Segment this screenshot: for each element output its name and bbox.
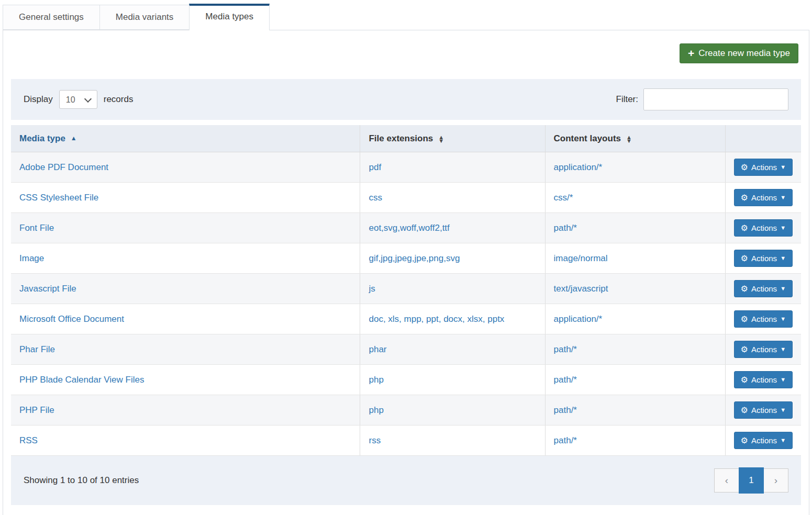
- actions-button[interactable]: ⚙Actions▼: [734, 401, 793, 419]
- actions-button[interactable]: ⚙Actions▼: [734, 310, 793, 328]
- file-extensions-cell: gif,jpg,jpeg,jpe,png,svg: [360, 243, 545, 274]
- media-type-cell: RSS: [11, 426, 360, 456]
- content-layout-cell: path/*: [545, 365, 725, 395]
- table-row-adobe-pdf-document[interactable]: Adobe PDF Document pdf application/* ⚙Ac…: [11, 152, 801, 183]
- media-types-table-wrap: Media type▲ File extensions▲▼ Content la…: [11, 125, 801, 456]
- tab-bar: General settings Media variants Media ty…: [3, 4, 812, 30]
- table-row-image[interactable]: Image gif,jpg,jpeg,jpe,png,svg image/nor…: [11, 243, 801, 274]
- tab-media-variants[interactable]: Media variants: [99, 5, 190, 30]
- column-header-file-extensions[interactable]: File extensions▲▼: [360, 125, 545, 152]
- caret-down-icon: ▼: [780, 164, 786, 170]
- gear-icon: ⚙: [741, 194, 748, 202]
- table-footer: Showing 1 to 10 of 10 entries ‹ 1 ›: [11, 456, 801, 505]
- actions-button[interactable]: ⚙Actions▼: [734, 280, 793, 297]
- file-extensions-cell: js: [360, 274, 545, 304]
- filter-label: Filter:: [616, 94, 639, 105]
- actions-button[interactable]: ⚙Actions▼: [734, 189, 793, 206]
- media-type-cell: Phar File: [11, 334, 360, 365]
- content-layout-cell: text/javascript: [545, 274, 725, 304]
- file-extensions-cell: phar: [360, 334, 545, 365]
- gear-icon: ⚙: [741, 436, 748, 445]
- actions-cell: ⚙Actions▼: [725, 304, 801, 334]
- caret-down-icon: ▼: [780, 225, 786, 231]
- panel-header: + Create new media type: [3, 30, 809, 79]
- file-extensions-cell: pdf: [360, 152, 545, 183]
- caret-down-icon: ▼: [780, 286, 786, 292]
- table-row-font-file[interactable]: Font File eot,svg,woff,woff2,ttf path/* …: [11, 213, 801, 243]
- create-new-media-type-button[interactable]: + Create new media type: [680, 43, 798, 63]
- column-header-media-type[interactable]: Media type▲: [11, 125, 360, 152]
- content-layout-cell: path/*: [545, 334, 725, 365]
- sort-ascending-icon: ▲: [71, 135, 77, 142]
- caret-down-icon: ▼: [780, 377, 786, 383]
- table-row-microsoft-office-document[interactable]: Microsoft Office Document doc, xls, mpp,…: [11, 304, 801, 334]
- page-size-select-wrap: 10: [59, 90, 97, 109]
- column-header-content-layouts[interactable]: Content layouts▲▼: [545, 125, 725, 152]
- media-type-cell: Image: [11, 243, 360, 274]
- pagination-next-button[interactable]: ›: [764, 468, 788, 492]
- actions-cell: ⚙Actions▼: [725, 274, 801, 304]
- content-layout-cell: css/*: [545, 183, 725, 213]
- column-header-actions: [725, 125, 801, 152]
- content-layout-cell: path/*: [545, 426, 725, 456]
- actions-button[interactable]: ⚙Actions▼: [734, 371, 793, 388]
- actions-cell: ⚙Actions▼: [725, 426, 801, 456]
- actions-button[interactable]: ⚙Actions▼: [734, 341, 793, 358]
- caret-down-icon: ▼: [780, 316, 786, 322]
- actions-cell: ⚙Actions▼: [725, 183, 801, 213]
- file-extensions-cell: eot,svg,woff,woff2,ttf: [360, 213, 545, 243]
- file-extensions-cell: css: [360, 183, 545, 213]
- sort-both-icon: ▲▼: [438, 136, 444, 143]
- file-extensions-cell: doc, xls, mpp, ppt, docx, xlsx, pptx: [360, 304, 545, 334]
- content-layout-cell: path/*: [545, 213, 725, 243]
- table-row-rss[interactable]: RSS rss path/* ⚙Actions▼: [11, 426, 801, 456]
- content-layout-cell: application/*: [545, 304, 725, 334]
- content-layout-cell: path/*: [545, 395, 725, 426]
- table-toolbar: Display 10 records Filter:: [11, 79, 801, 120]
- gear-icon: ⚙: [741, 315, 748, 323]
- filter-input[interactable]: [643, 88, 788, 110]
- page-size-select[interactable]: 10: [59, 90, 97, 109]
- table-row-css-stylesheet-file[interactable]: CSS Stylesheet File css css/* ⚙Actions▼: [11, 183, 801, 213]
- actions-cell: ⚙Actions▼: [725, 334, 801, 365]
- actions-button[interactable]: ⚙Actions▼: [734, 219, 793, 237]
- content-layout-cell: application/*: [545, 152, 725, 183]
- filter-group: Filter:: [616, 88, 789, 110]
- gear-icon: ⚙: [741, 254, 748, 263]
- actions-button[interactable]: ⚙Actions▼: [734, 250, 793, 267]
- content-layout-cell: image/normal: [545, 243, 725, 274]
- table-row-phar-file[interactable]: Phar File phar path/* ⚙Actions▼: [11, 334, 801, 365]
- file-extensions-cell: php: [360, 365, 545, 395]
- media-type-cell: Adobe PDF Document: [11, 152, 360, 183]
- display-label: Display: [24, 94, 53, 105]
- media-type-cell: Microsoft Office Document: [11, 304, 360, 334]
- caret-down-icon: ▼: [780, 255, 786, 261]
- media-type-cell: Font File: [11, 213, 360, 243]
- gear-icon: ⚙: [741, 224, 748, 232]
- pagination-prev-button[interactable]: ‹: [714, 468, 739, 492]
- media-type-cell: PHP File: [11, 395, 360, 426]
- table-row-php-blade-calendar-view-files[interactable]: PHP Blade Calendar View Files php path/*…: [11, 365, 801, 395]
- entries-summary: Showing 1 to 10 of 10 entries: [24, 475, 139, 486]
- actions-cell: ⚙Actions▼: [725, 152, 801, 183]
- media-type-cell: PHP Blade Calendar View Files: [11, 365, 360, 395]
- pagination-page-1-button[interactable]: 1: [739, 467, 764, 494]
- gear-icon: ⚙: [741, 163, 748, 172]
- actions-button[interactable]: ⚙Actions▼: [734, 159, 793, 176]
- actions-button[interactable]: ⚙Actions▼: [734, 432, 793, 449]
- media-types-table: Media type▲ File extensions▲▼ Content la…: [11, 125, 801, 456]
- tab-general-settings[interactable]: General settings: [3, 5, 100, 30]
- caret-down-icon: ▼: [780, 195, 786, 200]
- media-types-panel: + Create new media type Display 10 recor…: [3, 30, 809, 515]
- table-row-javascript-file[interactable]: Javascript File js text/javascript ⚙Acti…: [11, 274, 801, 304]
- tab-media-types[interactable]: Media types: [189, 4, 270, 30]
- actions-cell: ⚙Actions▼: [725, 395, 801, 426]
- file-extensions-cell: rss: [360, 426, 545, 456]
- table-row-php-file[interactable]: PHP File php path/* ⚙Actions▼: [11, 395, 801, 426]
- actions-cell: ⚙Actions▼: [725, 213, 801, 243]
- create-button-label: Create new media type: [698, 48, 790, 59]
- plus-icon: +: [688, 49, 694, 58]
- sort-both-icon: ▲▼: [626, 136, 632, 143]
- gear-icon: ⚙: [741, 376, 748, 384]
- gear-icon: ⚙: [741, 406, 748, 415]
